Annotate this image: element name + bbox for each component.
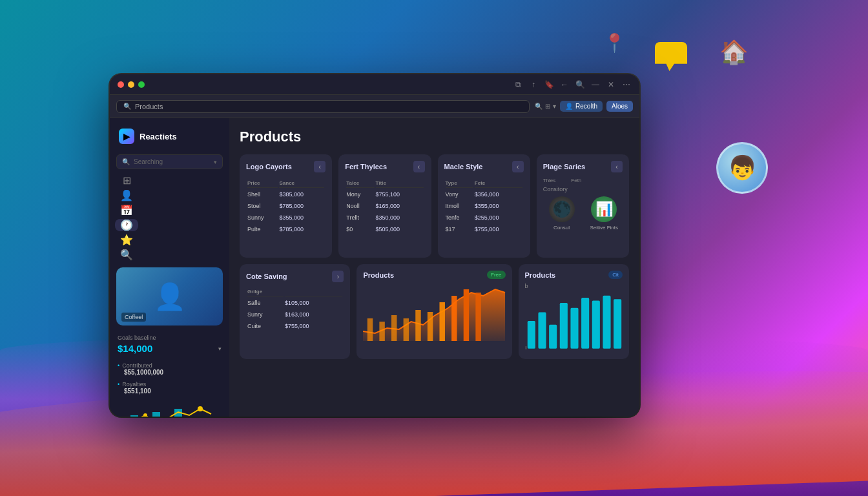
icon-circle-consul: 🌑 [549,196,575,222]
sidebar-metric-1: Contributed $55,1000,000 [110,360,229,378]
card-table-3: Type Fete Vony $356,000 Itmoll $35 [444,178,524,236]
address-actions: 🔍 ⊞ ▾ 👤 Recolth Aloes [535,101,633,112]
cell-price: $255,000 [475,212,522,223]
back-icon[interactable]: ← [559,79,570,90]
minimize-icon[interactable]: — [590,79,601,90]
search-icon-addr[interactable]: 🔍 [535,103,542,110]
cell-price: $505,000 [376,224,424,234]
cell-price: $355,000 [475,201,522,211]
product-card-plage: Plage Saries ‹ Thles Feth Consitory 🌑 Co… [537,154,629,258]
card-arrow-cote[interactable]: › [332,271,344,282]
cell: Cuite [247,321,284,331]
svg-point-10 [198,406,203,411]
cell: Vony [446,189,473,200]
title-bar: ⧉ ↑ 🔖 ← 🔍 — ✕ ⋯ [110,74,639,95]
chart-tag-cit: Cit [608,271,623,279]
more-icon[interactable]: ⋯ [621,79,632,90]
cell-price: $755,000 [285,321,342,331]
share-icon[interactable]: ↑ [528,79,539,90]
product-card-fert: Fert Thylecs ‹ Talce Title Mony [338,154,431,258]
card-title-2: Fert Thylecs [345,163,387,170]
table-row: Pulte $785,000 [247,224,324,234]
minimize-button[interactable] [128,81,134,88]
col-thles: Thles [543,178,556,183]
sidebar-item-activity[interactable]: 🕐 [115,219,138,231]
icon-label-seitive: Seitive Fints [590,225,618,231]
card-arrow-3[interactable]: ‹ [512,161,524,172]
sidebar-item-search[interactable]: 🔍 [115,249,138,261]
cell: Nooll [346,201,374,211]
product-card-logo-cayorts: Logo Cayorts ‹ Price Sance Shell [240,154,332,258]
cell-price: $163,000 [285,309,342,320]
cell: Itmoll [446,201,473,211]
sidebar-item-star[interactable]: ⭐ [115,234,138,246]
table-row: Tenfe $255,000 [446,212,522,223]
speech-bubble-icon [655,42,687,71]
bookmark-icon[interactable]: 🔖 [544,79,554,90]
table-row: Itmoll $355,000 [446,201,522,211]
address-input[interactable]: 🔍 Products [116,100,530,113]
chevron-down-icon-sidebar[interactable]: ▾ [214,159,217,165]
cell: Trellt [346,212,374,223]
svg-rect-19 [464,289,469,341]
svg-rect-24 [559,303,567,349]
sidebar-mini-chart [116,402,223,417]
card-arrow-2[interactable]: ‹ [413,161,425,172]
logo-text: Reactiets [140,132,177,141]
chart-card-title-products2: Products [525,271,556,279]
aloes-button[interactable]: Aloes [606,101,633,112]
cell-price: $105,000 [285,298,342,308]
search-icon[interactable]: 🔍 [575,79,585,90]
table-row: Cuite $755,000 [247,321,342,331]
col-grilge: Grilge [247,287,284,296]
svg-rect-13 [391,315,397,341]
svg-rect-12 [380,322,385,341]
recolth-button[interactable]: 👤 Recolth [560,101,603,112]
cell-price: $785,000 [279,201,324,211]
close-button[interactable] [118,81,124,88]
device-frame: ⧉ ↑ 🔖 ← 🔍 — ✕ ⋯ 🔍 Products 🔍 ⊞ ▾ 👤 Recol… [110,74,639,417]
chevron-down-icon[interactable]: ▾ [553,103,556,110]
cell-price: $385,000 [279,189,324,200]
svg-rect-3 [152,412,160,417]
search-placeholder: Searching [134,158,163,165]
copy-icon[interactable]: ⧉ [513,79,523,90]
svg-rect-26 [581,298,589,349]
sidebar-item-grid[interactable]: ⊞ [115,174,138,187]
sidebar-search[interactable]: 🔍 Searching ▾ [116,154,223,169]
svg-rect-25 [570,308,578,349]
svg-rect-29 [614,299,621,349]
home-icon: 🏠 [719,39,749,66]
page-title: Products [240,129,629,145]
card-arrow-4[interactable]: ‹ [611,161,623,172]
icon-item-consul: 🌑 Consul [543,196,581,231]
col-header-fete: Fete [475,179,522,188]
chart-y-label: b [525,283,623,289]
icon-card-content: 🌑 Consul 📊 Seitive Fints [543,196,623,231]
filter-icon-addr[interactable]: ⊞ [545,103,550,110]
bar-chart-svg: 0 [525,292,623,350]
sidebar-item-calendar[interactable]: 📅 [115,204,138,216]
maximize-button[interactable] [138,81,145,88]
close-icon[interactable]: ✕ [606,79,616,90]
logo-icon: ▶ [119,129,134,144]
sidebar-item-user[interactable]: 👤 [115,189,138,202]
cell-price: $355,000 [279,212,324,223]
card-arrow-1[interactable]: ‹ [314,161,326,172]
svg-rect-1 [130,415,138,417]
cell: Safle [247,298,284,308]
cell: Sunny [247,212,278,223]
col-amount [285,287,342,296]
metric-label-1: Contributed [118,362,222,369]
svg-rect-16 [428,312,433,341]
card-title-4: Plage Saries [543,163,585,170]
chevron-icon-stat[interactable]: ▾ [218,346,222,352]
icon-label-consul: Consul [553,225,570,231]
svg-point-8 [143,413,147,417]
metric-val-2: $551,100 [118,388,222,395]
product-card-macle: Macle Style ‹ Type Fete Vony [438,154,530,258]
search-icon-sidebar: 🔍 [122,158,130,165]
table-row: Vony $356,000 [446,189,522,200]
url-text: Products [135,103,163,110]
cell-price: $755,000 [475,224,522,234]
